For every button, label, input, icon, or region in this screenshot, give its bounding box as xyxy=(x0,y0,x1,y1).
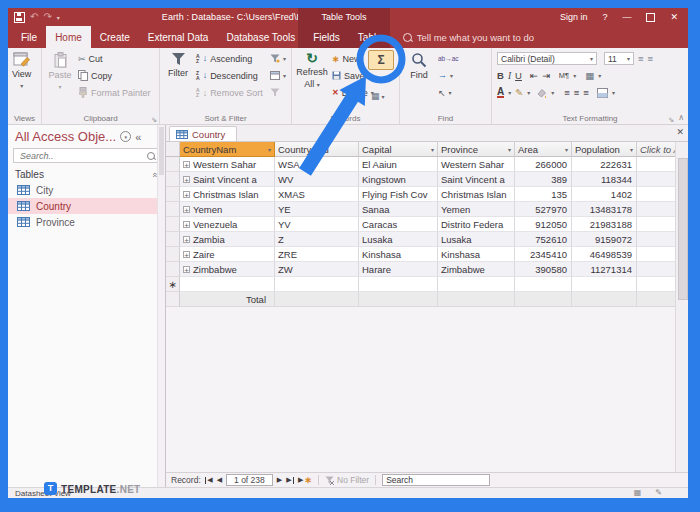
tab-database-tools[interactable]: Database Tools xyxy=(217,26,304,48)
table-row[interactable]: +Saint Vincent a WV Kingstown Saint Vinc… xyxy=(166,172,676,187)
alternate-row-color-icon[interactable] xyxy=(597,88,608,98)
expand-subdatasheet-icon[interactable]: + xyxy=(183,266,190,273)
shutter-bar-icon[interactable]: « xyxy=(135,131,141,143)
select-button[interactable]: ↖ ▾ xyxy=(436,84,461,101)
font-color-button[interactable]: A xyxy=(497,87,504,98)
increase-indent-icon[interactable]: ⇥ xyxy=(542,70,550,82)
sort-ascending-button[interactable]: AZ ↓ Ascending xyxy=(194,50,268,67)
nav-search-input[interactable] xyxy=(18,150,147,162)
expand-subdatasheet-icon[interactable]: + xyxy=(183,161,190,168)
background-color-icon[interactable] xyxy=(536,88,547,98)
column-header-province[interactable]: Province ▾ xyxy=(438,142,515,157)
numbering-icon[interactable]: ≡ xyxy=(648,53,654,65)
select-all-cell[interactable] xyxy=(166,142,180,157)
nav-pane-title[interactable]: All Access Obje... ▾ « xyxy=(8,125,165,146)
replace-button[interactable]: ab→ac xyxy=(436,50,461,67)
selection-button[interactable]: ▾ xyxy=(268,50,288,67)
tab-create[interactable]: Create xyxy=(91,26,139,48)
tab-table[interactable]: Table xyxy=(349,26,391,48)
table-row[interactable]: +Western Sahar WSA El Aaiun Western Saha… xyxy=(166,157,676,172)
expand-subdatasheet-icon[interactable]: + xyxy=(183,236,190,243)
column-dropdown-icon[interactable]: ▾ xyxy=(429,146,434,153)
total-row[interactable]: Total xyxy=(166,292,676,307)
column-header-countrycode[interactable]: CountryCod xyxy=(275,142,359,157)
font-name-select[interactable]: Calibri (Detail) ▾ xyxy=(497,52,597,65)
column-header-area[interactable]: Area ▾ xyxy=(515,142,572,157)
column-header-capital[interactable]: Capital ▾ xyxy=(359,142,438,157)
column-dropdown-icon[interactable]: ▾ xyxy=(266,146,271,153)
row-selector[interactable] xyxy=(166,232,180,247)
totals-button[interactable]: Σ xyxy=(368,50,394,70)
save-record-button[interactable]: Save xyxy=(330,67,368,84)
row-selector[interactable] xyxy=(166,187,180,202)
sign-in-button[interactable]: Sign in xyxy=(560,12,588,22)
delete-record-button[interactable]: ✕ Delete ▾ xyxy=(330,84,368,101)
highlight-button[interactable]: ✎ xyxy=(515,87,523,99)
expand-subdatasheet-icon[interactable]: + xyxy=(183,221,190,228)
view-button[interactable]: View ▾ xyxy=(10,50,33,93)
row-selector[interactable] xyxy=(166,202,180,217)
text-formatting-dialog-launcher[interactable]: ⇘ xyxy=(668,116,674,123)
tell-me-box[interactable]: Tell me what you want to do xyxy=(403,26,534,48)
undo-icon[interactable]: ↶ xyxy=(30,12,38,22)
record-search-box[interactable] xyxy=(382,474,490,486)
restore-button[interactable] xyxy=(646,13,655,22)
toggle-filter-button[interactable] xyxy=(268,84,288,101)
previous-record-button[interactable]: ◀ xyxy=(217,476,222,484)
new-blank-record-button[interactable]: ▶∗ xyxy=(298,475,312,485)
nav-search-box[interactable] xyxy=(13,148,160,163)
record-search-input[interactable] xyxy=(386,475,486,485)
tab-file[interactable]: File xyxy=(12,26,46,48)
italic-button[interactable]: I xyxy=(508,70,511,82)
sidebar-item-province[interactable]: Province xyxy=(8,214,165,230)
decrease-indent-icon[interactable]: ⇤ xyxy=(530,70,538,82)
nav-scrollbar[interactable] xyxy=(157,125,165,487)
save-icon[interactable] xyxy=(14,12,25,23)
column-dropdown-icon[interactable]: ▾ xyxy=(563,146,568,153)
last-record-button[interactable]: ▶ xyxy=(286,476,294,484)
first-record-button[interactable]: ◀ xyxy=(205,476,213,484)
refresh-all-button[interactable]: ↻ Refresh All ▾ xyxy=(294,50,330,92)
table-row[interactable]: +Zambia Z Lusaka Lusaka 752610 9159072 xyxy=(166,232,676,247)
advanced-filter-button[interactable]: ▾ xyxy=(268,67,288,84)
align-left-icon[interactable]: ≡ xyxy=(564,87,570,99)
table-row[interactable]: +Zaire ZRE Kinshasa Kinshasa 2345410 464… xyxy=(166,247,676,262)
close-button[interactable]: ✕ xyxy=(670,12,678,22)
nav-pane-menu-icon[interactable]: ▾ xyxy=(120,131,131,142)
align-right-icon[interactable]: ≡ xyxy=(583,87,589,99)
sort-descending-button[interactable]: ZA ↓ Descending xyxy=(194,67,268,84)
tab-fields[interactable]: Fields xyxy=(304,26,349,48)
column-dropdown-icon[interactable]: ▾ xyxy=(628,146,633,153)
expand-subdatasheet-icon[interactable]: + xyxy=(183,206,190,213)
vertical-scrollbar[interactable] xyxy=(675,142,688,472)
gridlines-icon[interactable]: ▦ xyxy=(585,70,594,82)
column-header-countryname[interactable]: CountryNam ▾ xyxy=(180,142,275,157)
row-selector[interactable] xyxy=(166,247,180,262)
record-position[interactable]: 1 of 238 xyxy=(226,474,273,486)
row-selector[interactable] xyxy=(166,262,180,277)
remove-sort-button[interactable]: AZ ↓ Remove Sort xyxy=(194,84,268,101)
table-row[interactable]: +Yemen YE Sanaa Yemen 527970 13483178 xyxy=(166,202,676,217)
goto-button[interactable]: → ▾ xyxy=(436,67,461,84)
column-header-click-to-add[interactable]: Click to Add ▾ xyxy=(637,142,676,157)
tab-home[interactable]: Home xyxy=(46,26,91,48)
filter-indicator[interactable]: No Filter xyxy=(325,475,369,485)
underline-button[interactable]: U xyxy=(515,70,522,82)
table-row[interactable]: +Zimbabwe ZW Harare Zimbabwe 390580 1127… xyxy=(166,262,676,277)
collapse-ribbon-button[interactable]: ∧ xyxy=(678,113,684,122)
align-center-icon[interactable]: ≡ xyxy=(574,87,580,99)
minimize-button[interactable]: — xyxy=(622,12,631,22)
redo-icon[interactable]: ↷ xyxy=(43,12,51,22)
copy-button[interactable]: Copy xyxy=(76,67,153,84)
text-direction-icon[interactable]: M¶ xyxy=(559,70,569,82)
column-dropdown-icon[interactable]: ▾ xyxy=(506,146,511,153)
new-record-button[interactable]: ∗ New xyxy=(330,50,368,67)
bold-button[interactable]: B xyxy=(497,70,504,82)
close-table-icon[interactable]: ✕ xyxy=(676,127,684,137)
tab-external-data[interactable]: External Data xyxy=(139,26,218,48)
help-button[interactable]: ? xyxy=(602,12,607,22)
filter-button[interactable]: Filter xyxy=(162,50,194,80)
design-view-icon[interactable]: ✎ xyxy=(655,488,662,497)
format-painter-button[interactable]: Format Painter xyxy=(76,84,153,101)
next-record-button[interactable]: ▶ xyxy=(277,476,282,484)
